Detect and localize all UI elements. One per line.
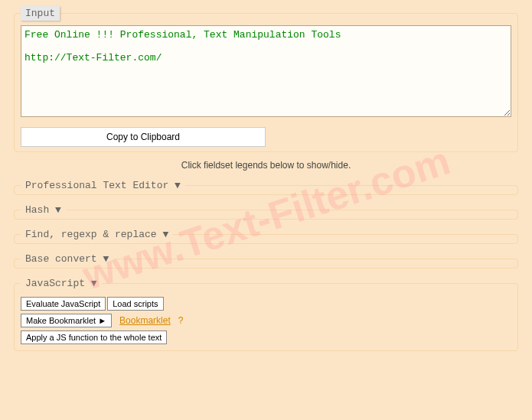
- bookmarklet-link[interactable]: Bookmarklet: [119, 315, 171, 326]
- js-legend[interactable]: JavaScript ▼: [21, 276, 102, 291]
- hint-text: Click fieldset legends below to show/hid…: [6, 160, 526, 171]
- editor-fieldset: Professional Text Editor ▼: [14, 178, 518, 195]
- load-scripts-button[interactable]: Load scripts: [107, 297, 163, 311]
- editor-legend[interactable]: Professional Text Editor ▼: [21, 178, 185, 193]
- help-link[interactable]: ?: [178, 315, 184, 326]
- hash-legend[interactable]: Hash ▼: [21, 203, 66, 217]
- copy-clipboard-button[interactable]: Copy to Clipboard: [21, 127, 266, 147]
- main-textarea[interactable]: [21, 25, 511, 117]
- eval-js-button[interactable]: Evaluate JavaScript: [21, 297, 106, 311]
- find-legend[interactable]: Find, regexp & replace ▼: [21, 227, 173, 242]
- hash-fieldset: Hash ▼: [14, 203, 518, 220]
- apply-js-function-button[interactable]: Apply a JS function to the whole text: [21, 330, 167, 344]
- base-legend[interactable]: Base convert ▼: [21, 252, 113, 266]
- make-bookmarklet-button[interactable]: Make Bookmarklet ►: [21, 314, 112, 327]
- js-fieldset: JavaScript ▼ Evaluate JavaScript Load sc…: [14, 276, 518, 351]
- base-fieldset: Base convert ▼: [14, 252, 518, 269]
- input-fieldset: Input Copy to Clipboard: [14, 6, 518, 152]
- input-legend[interactable]: Input: [21, 6, 60, 21]
- find-fieldset: Find, regexp & replace ▼: [14, 227, 518, 244]
